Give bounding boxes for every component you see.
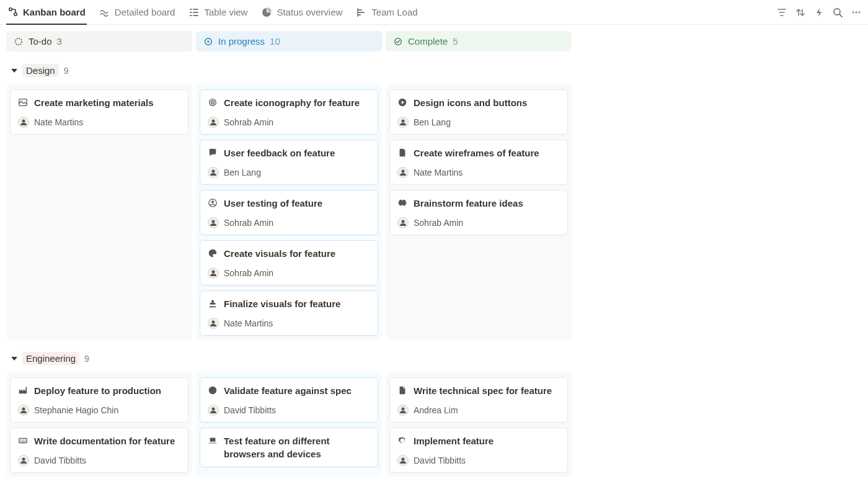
pie-icon bbox=[261, 7, 272, 18]
header: Kanban boardDetailed boardTable viewStat… bbox=[0, 0, 868, 25]
avatar bbox=[208, 318, 219, 329]
card[interactable]: Write documentation for feature David Ti… bbox=[10, 428, 188, 473]
tab-label: Team Load bbox=[371, 7, 417, 17]
circuit-icon bbox=[7, 6, 19, 17]
more-icon[interactable] bbox=[851, 7, 862, 18]
card[interactable]: Test feature on different browsers and d… bbox=[200, 428, 378, 467]
brain-icon bbox=[397, 198, 407, 208]
avatar bbox=[397, 117, 409, 128]
disclosure-icon bbox=[11, 69, 17, 73]
assignee-name: Nate Martins bbox=[224, 318, 273, 328]
card[interactable]: Create iconography for feature Sohrab Am… bbox=[200, 89, 378, 135]
card[interactable]: Create visuals for feature Sohrab Amin bbox=[200, 240, 378, 285]
avatar bbox=[397, 217, 409, 228]
group-header[interactable]: Design 9 bbox=[6, 61, 862, 79]
assignee-name: Sohrab Amin bbox=[224, 218, 273, 228]
cards-todo[interactable]: Deploy feature to production Stephanie H… bbox=[6, 372, 192, 477]
column-count: 10 bbox=[270, 36, 280, 47]
avatar bbox=[208, 117, 219, 128]
column-count: 5 bbox=[453, 36, 458, 47]
card-title-text: Create visuals for feature bbox=[224, 247, 335, 260]
laptop-icon bbox=[208, 436, 218, 446]
card-title-text: User feedback on feature bbox=[224, 146, 335, 159]
card-title-text: Create marketing materials bbox=[34, 96, 154, 109]
cog-icon bbox=[397, 436, 407, 446]
card[interactable]: Validate feature against spec David Tibb… bbox=[200, 377, 378, 423]
sort-icon[interactable] bbox=[795, 7, 806, 18]
column-header-todo[interactable]: To-do 3 bbox=[6, 31, 192, 52]
user-circle-icon bbox=[208, 198, 218, 208]
filter-icon[interactable] bbox=[776, 7, 787, 18]
column-header-progress[interactable]: In progress 10 bbox=[196, 31, 382, 52]
card-assignee: Sohrab Amin bbox=[208, 117, 370, 128]
disclosure-icon bbox=[11, 357, 17, 361]
doc-fill-icon bbox=[397, 148, 407, 158]
avatar bbox=[208, 217, 219, 228]
keyboard-icon bbox=[18, 436, 28, 446]
card[interactable]: User feedback on feature Ben Lang bbox=[200, 140, 378, 185]
avatar bbox=[18, 405, 29, 416]
card-title-text: Validate feature against spec bbox=[224, 384, 352, 397]
assignee-name: Ben Lang bbox=[414, 117, 451, 127]
card[interactable]: User testing of feature Sohrab Amin bbox=[200, 190, 378, 235]
cards-complete[interactable]: Design icons and buttons Ben Lang Create… bbox=[386, 84, 572, 339]
card[interactable]: Implement feature David Tibbitts bbox=[389, 428, 568, 473]
play-circle-icon bbox=[203, 37, 213, 47]
card[interactable]: Create marketing materials Nate Martins bbox=[10, 89, 188, 135]
card-title-text: Write documentation for feature bbox=[34, 434, 175, 447]
avatar bbox=[397, 455, 409, 466]
card-assignee: Sohrab Amin bbox=[208, 267, 370, 279]
tab-status-overview[interactable]: Status overview bbox=[260, 6, 343, 24]
column-headers-row: To-do 3 In progress 10 Complete 5 bbox=[6, 31, 862, 52]
card-assignee: Ben Lang bbox=[397, 117, 560, 128]
tab-kanban-board[interactable]: Kanban board bbox=[6, 6, 87, 25]
assignee-name: Sohrab Amin bbox=[224, 268, 273, 278]
image-icon bbox=[18, 97, 28, 107]
column-header-complete[interactable]: Complete 5 bbox=[386, 31, 572, 52]
column-count: 3 bbox=[57, 36, 62, 47]
card-assignee: Sohrab Amin bbox=[397, 217, 560, 228]
automation-icon[interactable] bbox=[813, 7, 825, 18]
column-label: In progress bbox=[218, 36, 265, 47]
cards-complete[interactable]: Write technical spec for feature Andrea … bbox=[386, 372, 572, 477]
card-title-text: Test feature on different browsers and d… bbox=[224, 434, 370, 460]
card[interactable]: Deploy feature to production Stephanie H… bbox=[10, 377, 188, 423]
card-title-text: Deploy feature to production bbox=[34, 384, 161, 397]
list-icon bbox=[188, 7, 200, 18]
stamp-icon bbox=[208, 298, 218, 308]
group-design: Design 9 Create marketing materials Nate… bbox=[6, 61, 862, 339]
tab-label: Detailed board bbox=[115, 7, 175, 17]
card-title-text: Create wireframes of feature bbox=[414, 146, 539, 159]
assignee-name: Sohrab Amin bbox=[414, 218, 463, 228]
bars-icon bbox=[356, 7, 367, 18]
tab-team-load[interactable]: Team Load bbox=[355, 6, 418, 24]
cards-progress[interactable]: Create iconography for feature Sohrab Am… bbox=[196, 84, 382, 339]
avatar bbox=[208, 267, 219, 279]
column-label: To-do bbox=[29, 36, 52, 47]
search-icon[interactable] bbox=[832, 7, 843, 18]
cards-progress[interactable]: Validate feature against spec David Tibb… bbox=[196, 372, 382, 477]
card[interactable]: Design icons and buttons Ben Lang bbox=[389, 89, 568, 135]
group-header[interactable]: Engineering 9 bbox=[6, 349, 862, 367]
header-actions bbox=[776, 7, 862, 24]
group-label: Design bbox=[22, 64, 59, 77]
card[interactable]: Finalize visuals for feature Nate Martin… bbox=[200, 290, 378, 336]
card-assignee: Nate Martins bbox=[208, 318, 370, 329]
assignee-name: David Tibbitts bbox=[414, 455, 466, 465]
card[interactable]: Brainstorm feature ideas Sohrab Amin bbox=[389, 190, 568, 235]
avatar bbox=[18, 117, 29, 128]
card-assignee: David Tibbitts bbox=[18, 455, 180, 466]
card-assignee: David Tibbitts bbox=[397, 455, 560, 466]
tab-table-view[interactable]: Table view bbox=[187, 6, 249, 24]
wave-icon bbox=[99, 7, 110, 18]
tab-label: Table view bbox=[204, 7, 247, 17]
chat-icon bbox=[208, 148, 218, 158]
page-icon bbox=[397, 385, 407, 395]
card-title-text: Create iconography for feature bbox=[224, 96, 360, 109]
avatar bbox=[18, 455, 29, 466]
card[interactable]: Write technical spec for feature Andrea … bbox=[389, 377, 568, 423]
avatar bbox=[208, 405, 219, 416]
card[interactable]: Create wireframes of feature Nate Martin… bbox=[389, 140, 568, 185]
tab-detailed-board[interactable]: Detailed board bbox=[98, 6, 177, 24]
cards-todo[interactable]: Create marketing materials Nate Martins bbox=[6, 84, 192, 339]
